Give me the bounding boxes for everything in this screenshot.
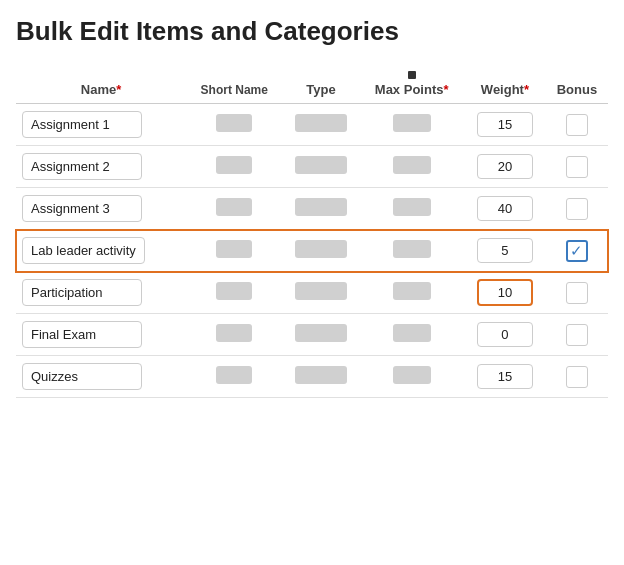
type-select[interactable] [295, 114, 347, 132]
table-row: Assignment 1 [16, 104, 608, 146]
max-points-input[interactable] [393, 282, 431, 300]
name-cell: Participation [16, 272, 186, 314]
bonus-checkbox[interactable] [566, 156, 588, 178]
name-input[interactable]: Assignment 1 [22, 111, 142, 138]
name-cell: Assignment 2 [16, 146, 186, 188]
weight-input[interactable] [477, 238, 533, 263]
name-input[interactable]: Quizzes [22, 363, 142, 390]
short-name-input[interactable] [216, 366, 252, 384]
short-name-input[interactable] [216, 114, 252, 132]
weight-cell [464, 104, 546, 146]
name-input[interactable]: Assignment 3 [22, 195, 142, 222]
bonus-cell [546, 272, 608, 314]
max-points-input[interactable] [393, 240, 431, 258]
bonus-checkbox[interactable] [566, 198, 588, 220]
type-select[interactable] [295, 240, 347, 258]
name-input[interactable]: Participation [22, 279, 142, 306]
short-name-input[interactable] [216, 240, 252, 258]
max-points-cell [359, 230, 464, 272]
bulk-edit-table: Name* Short Name Type Max Points* Weight… [16, 61, 608, 398]
max-points-cell [359, 356, 464, 398]
weight-input[interactable] [477, 154, 533, 179]
name-cell: Final Exam [16, 314, 186, 356]
max-points-cell [359, 272, 464, 314]
name-cell: Assignment 1 [16, 104, 186, 146]
max-points-input[interactable] [393, 198, 431, 216]
max-points-cell [359, 188, 464, 230]
type-cell [283, 146, 360, 188]
weight-input[interactable] [477, 322, 533, 347]
table-row: Quizzes [16, 356, 608, 398]
type-select[interactable] [295, 198, 347, 216]
weight-input[interactable] [477, 364, 533, 389]
weight-input[interactable] [477, 112, 533, 137]
max-points-input[interactable] [393, 366, 431, 384]
name-input[interactable]: Assignment 2 [22, 153, 142, 180]
short-name-cell [186, 146, 283, 188]
short-name-input[interactable] [216, 198, 252, 216]
bonus-cell: ✓ [546, 230, 608, 272]
table-row: Assignment 2 [16, 146, 608, 188]
bonus-checkbox[interactable]: ✓ [566, 240, 588, 262]
short-name-cell [186, 356, 283, 398]
table-row: Participation [16, 272, 608, 314]
bonus-checkbox[interactable] [566, 366, 588, 388]
bonus-cell [546, 104, 608, 146]
col-header-type: Type [283, 61, 360, 104]
short-name-input[interactable] [216, 282, 252, 300]
type-cell [283, 272, 360, 314]
weight-input[interactable] [477, 279, 533, 306]
weight-input[interactable] [477, 196, 533, 221]
bonus-cell [546, 356, 608, 398]
weight-cell [464, 188, 546, 230]
name-cell: Quizzes [16, 356, 186, 398]
name-cell: Assignment 3 [16, 188, 186, 230]
name-cell: Lab leader activity [16, 230, 186, 272]
max-indicator-icon [408, 71, 416, 79]
short-name-cell [186, 188, 283, 230]
name-input[interactable]: Final Exam [22, 321, 142, 348]
type-cell [283, 188, 360, 230]
max-points-cell [359, 146, 464, 188]
bonus-checkbox[interactable] [566, 282, 588, 304]
col-header-weight: Weight* [464, 61, 546, 104]
table-row: Assignment 3 [16, 188, 608, 230]
short-name-cell [186, 314, 283, 356]
type-cell [283, 104, 360, 146]
short-name-input[interactable] [216, 324, 252, 342]
max-points-input[interactable] [393, 114, 431, 132]
weight-cell [464, 314, 546, 356]
weight-cell [464, 146, 546, 188]
table-row: Lab leader activity✓ [16, 230, 608, 272]
col-header-name: Name* [16, 61, 186, 104]
page-title: Bulk Edit Items and Categories [16, 16, 608, 47]
short-name-cell [186, 230, 283, 272]
max-points-input[interactable] [393, 324, 431, 342]
type-cell [283, 356, 360, 398]
bonus-cell [546, 188, 608, 230]
name-input[interactable]: Lab leader activity [22, 237, 145, 264]
col-header-max-points: Max Points* [359, 61, 464, 104]
bonus-checkbox[interactable] [566, 324, 588, 346]
weight-cell [464, 356, 546, 398]
bonus-cell [546, 314, 608, 356]
type-select[interactable] [295, 156, 347, 174]
type-select[interactable] [295, 282, 347, 300]
type-cell [283, 314, 360, 356]
short-name-input[interactable] [216, 156, 252, 174]
short-name-cell [186, 272, 283, 314]
max-points-cell [359, 314, 464, 356]
col-header-short-name: Short Name [186, 61, 283, 104]
weight-cell [464, 272, 546, 314]
bonus-checkbox[interactable] [566, 114, 588, 136]
weight-cell [464, 230, 546, 272]
type-cell [283, 230, 360, 272]
short-name-cell [186, 104, 283, 146]
table-row: Final Exam [16, 314, 608, 356]
bonus-cell [546, 146, 608, 188]
max-points-input[interactable] [393, 156, 431, 174]
type-select[interactable] [295, 324, 347, 342]
max-points-cell [359, 104, 464, 146]
type-select[interactable] [295, 366, 347, 384]
col-header-bonus: Bonus [546, 61, 608, 104]
